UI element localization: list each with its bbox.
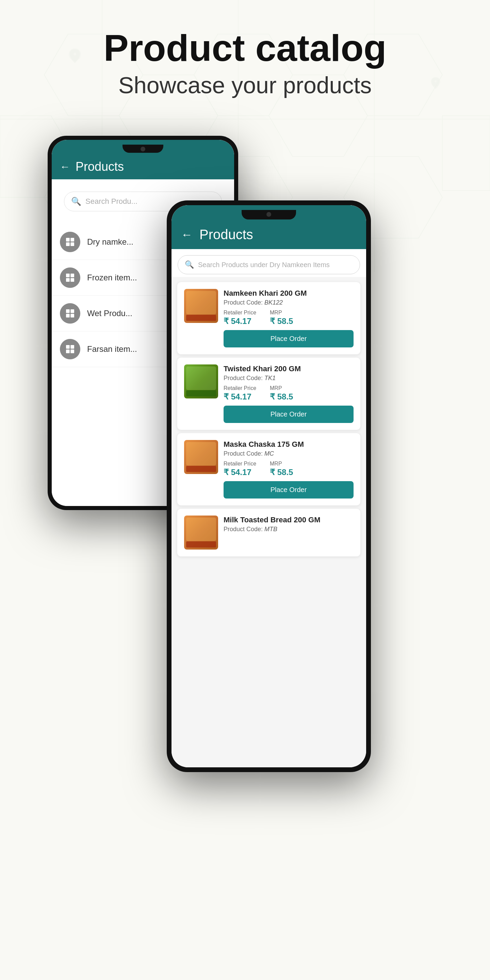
mrp-block-2: MRP ₹ 58.5 — [270, 385, 293, 401]
product-card-3: Maska Chaska 175 GM Product Code: MC Ret… — [177, 433, 361, 506]
code-label-3: Product Code: — [224, 450, 264, 457]
svg-rect-30 — [66, 350, 70, 353]
category-icon-1 — [60, 232, 80, 252]
svg-rect-23 — [70, 278, 74, 282]
mrp-label-1: MRP — [270, 310, 293, 316]
retailer-price-block-3: Retailer Price ₹ 54.17 — [224, 461, 256, 477]
page-subtitle: Showcase your products — [103, 72, 386, 98]
product-image-3 — [184, 440, 218, 474]
product-code-row-1: Product Code: BK122 — [224, 299, 353, 306]
product-info-2: Twisted Khari 200 GM Product Code: TK1 R… — [224, 364, 353, 423]
product-name-1: Namkeen Khari 200 GM — [224, 289, 353, 298]
price-row-1: Retailer Price ₹ 54.17 MRP ₹ 58.5 — [224, 310, 353, 326]
category-name-4: Farsan item... — [87, 344, 137, 354]
back-arrow-icon[interactable]: ← — [60, 161, 70, 172]
code-val-4: MTB — [264, 526, 277, 533]
front-header-title: Products — [199, 227, 253, 242]
place-order-btn-1[interactable]: Place Order — [224, 330, 353, 347]
product-card-1: Namkeen Khari 200 GM Product Code: BK122… — [177, 282, 361, 355]
search-icon: 🔍 — [71, 197, 81, 206]
front-phone: ← Products 🔍 Search Products under Dry N… — [167, 200, 371, 772]
back-header-title: Products — [76, 159, 124, 174]
product-code-row-4: Product Code: MTB — [224, 526, 353, 533]
category-icon-4 — [60, 339, 80, 360]
category-name-2: Frozen item... — [87, 273, 137, 282]
product-info-3: Maska Chaska 175 GM Product Code: MC Ret… — [224, 440, 353, 498]
svg-rect-25 — [70, 309, 74, 313]
product-name-4: Milk Toasted Bread 200 GM — [224, 515, 353, 524]
retailer-price-2: ₹ 54.17 — [224, 392, 256, 401]
svg-rect-29 — [70, 345, 74, 349]
code-val-1: BK122 — [264, 299, 283, 306]
svg-rect-17 — [70, 238, 74, 242]
products-list: Namkeen Khari 200 GM Product Code: BK122… — [172, 277, 366, 767]
product-card-4: Milk Toasted Bread 200 GM Product Code: … — [177, 508, 361, 557]
price-row-3: Retailer Price ₹ 54.17 MRP ₹ 58.5 — [224, 461, 353, 477]
product-card-2: Twisted Khari 200 GM Product Code: TK1 R… — [177, 357, 361, 430]
mrp-block-3: MRP ₹ 58.5 — [270, 461, 293, 477]
price-row-2: Retailer Price ₹ 54.17 MRP ₹ 58.5 — [224, 385, 353, 401]
mrp-label-2: MRP — [270, 385, 293, 391]
category-name-3: Wet Produ... — [87, 309, 132, 318]
mrp-label-3: MRP — [270, 461, 293, 467]
code-label-1: Product Code: — [224, 299, 264, 306]
category-name-1: Dry namke... — [87, 237, 134, 247]
svg-rect-21 — [70, 274, 74, 277]
svg-rect-31 — [70, 350, 74, 353]
place-order-btn-3[interactable]: Place Order — [224, 481, 353, 498]
product-code-row-3: Product Code: MC — [224, 450, 353, 457]
retailer-price-1: ₹ 54.17 — [224, 317, 256, 326]
retailer-price-3: ₹ 54.17 — [224, 468, 256, 477]
svg-rect-28 — [66, 345, 70, 349]
retailer-price-block-2: Retailer Price ₹ 54.17 — [224, 385, 256, 401]
mrp-block-1: MRP ₹ 58.5 — [270, 310, 293, 326]
svg-rect-19 — [70, 242, 74, 246]
page-title: Product catalog — [103, 27, 386, 68]
retailer-label-2: Retailer Price — [224, 385, 256, 391]
product-name-3: Maska Chaska 175 GM — [224, 440, 353, 449]
category-icon-3 — [60, 303, 80, 324]
retailer-price-block-1: Retailer Price ₹ 54.17 — [224, 310, 256, 326]
svg-rect-22 — [66, 278, 70, 282]
back-app-header: ← Products — [52, 153, 234, 179]
product-image-1 — [184, 289, 218, 323]
mrp-3: ₹ 58.5 — [270, 468, 293, 477]
svg-rect-24 — [66, 309, 70, 313]
svg-rect-27 — [70, 314, 74, 318]
code-val-3: MC — [264, 450, 274, 457]
retailer-label-3: Retailer Price — [224, 461, 256, 467]
product-name-2: Twisted Khari 200 GM — [224, 364, 353, 373]
code-label-4: Product Code: — [224, 526, 264, 533]
svg-rect-16 — [66, 238, 70, 242]
code-val-2: TK1 — [264, 375, 275, 382]
category-icon-2 — [60, 267, 80, 288]
mrp-2: ₹ 58.5 — [270, 392, 293, 401]
svg-rect-26 — [66, 314, 70, 318]
front-search-bar[interactable]: 🔍 Search Products under Dry Namkeen Item… — [178, 255, 360, 274]
product-image-4 — [184, 515, 218, 550]
product-image-2 — [184, 364, 218, 398]
mrp-1: ₹ 58.5 — [270, 317, 293, 326]
svg-rect-18 — [66, 242, 70, 246]
front-search-icon: 🔍 — [185, 260, 194, 269]
product-info-1: Namkeen Khari 200 GM Product Code: BK122… — [224, 289, 353, 347]
hero-section: Product catalog Showcase your products — [103, 0, 386, 119]
back-search-placeholder: Search Produ... — [86, 197, 137, 206]
front-search-placeholder: Search Products under Dry Namkeen Items — [198, 261, 330, 269]
phones-container: ← Products 🔍 Search Produ... — [0, 119, 490, 867]
retailer-label-1: Retailer Price — [224, 310, 256, 316]
front-back-arrow-icon[interactable]: ← — [181, 228, 192, 241]
code-label-2: Product Code: — [224, 375, 264, 382]
place-order-btn-2[interactable]: Place Order — [224, 406, 353, 423]
product-info-4: Milk Toasted Bread 200 GM Product Code: … — [224, 515, 353, 536]
product-code-row-2: Product Code: TK1 — [224, 375, 353, 382]
svg-rect-20 — [66, 274, 70, 277]
